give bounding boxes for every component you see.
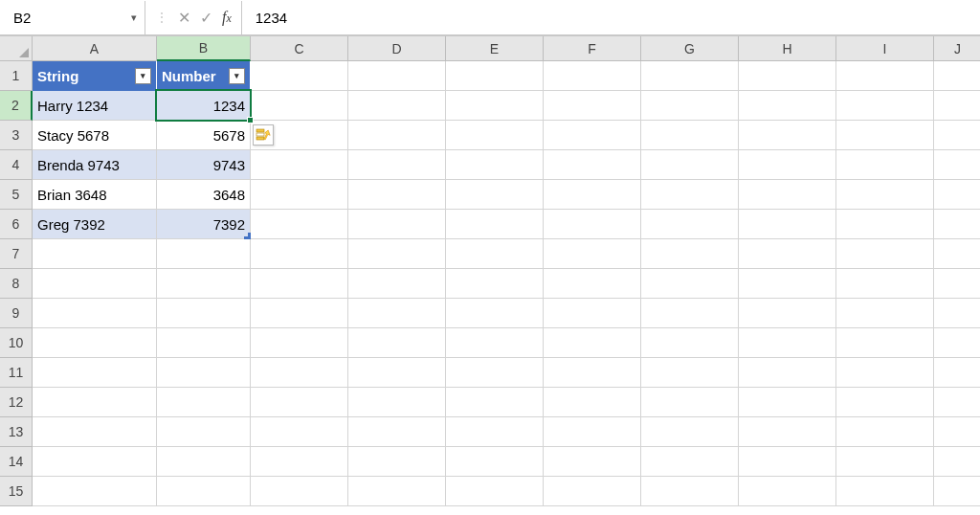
cell[interactable]: 3648 bbox=[157, 180, 251, 210]
chevron-down-icon[interactable]: ▾ bbox=[131, 11, 137, 24]
cell[interactable] bbox=[641, 91, 739, 121]
cell[interactable] bbox=[934, 61, 980, 91]
cell[interactable] bbox=[934, 417, 980, 447]
cell[interactable] bbox=[544, 210, 641, 239]
cell[interactable] bbox=[934, 447, 980, 477]
cell[interactable] bbox=[934, 299, 980, 328]
cell[interactable] bbox=[157, 447, 251, 477]
cell[interactable]: Brian 3648 bbox=[33, 180, 157, 210]
cell[interactable] bbox=[641, 417, 739, 447]
cell[interactable] bbox=[739, 299, 836, 328]
cell[interactable] bbox=[836, 328, 934, 358]
cell[interactable] bbox=[641, 358, 739, 388]
cell[interactable]: Stacy 5678 bbox=[33, 121, 157, 150]
cell[interactable] bbox=[739, 388, 836, 417]
cell[interactable]: 5678 bbox=[157, 121, 251, 150]
cell[interactable] bbox=[544, 388, 641, 417]
cell[interactable] bbox=[836, 210, 934, 239]
cell[interactable] bbox=[251, 299, 348, 328]
cell[interactable] bbox=[348, 299, 446, 328]
cell[interactable] bbox=[348, 447, 446, 477]
filter-dropdown-icon[interactable]: ▾ bbox=[135, 68, 151, 84]
col-header-c[interactable]: C bbox=[251, 36, 348, 61]
cell[interactable] bbox=[934, 121, 980, 150]
cell[interactable] bbox=[446, 358, 544, 388]
cell[interactable] bbox=[544, 447, 641, 477]
cell[interactable] bbox=[641, 150, 739, 180]
cell[interactable] bbox=[33, 447, 157, 477]
cell[interactable] bbox=[157, 358, 251, 388]
filter-dropdown-icon[interactable]: ▾ bbox=[229, 68, 245, 84]
cell[interactable] bbox=[446, 239, 544, 269]
cell[interactable] bbox=[251, 150, 348, 180]
cell[interactable] bbox=[934, 388, 980, 417]
cell[interactable] bbox=[641, 61, 739, 91]
cell[interactable] bbox=[251, 269, 348, 299]
col-header-i[interactable]: I bbox=[836, 36, 934, 61]
cell[interactable] bbox=[348, 180, 446, 210]
cell[interactable] bbox=[251, 61, 348, 91]
cell[interactable] bbox=[544, 328, 641, 358]
cell[interactable] bbox=[348, 477, 446, 506]
cell[interactable] bbox=[33, 388, 157, 417]
cell[interactable] bbox=[836, 358, 934, 388]
cell[interactable] bbox=[251, 91, 348, 121]
row-header-13[interactable]: 13 bbox=[0, 417, 33, 447]
cell[interactable] bbox=[739, 91, 836, 121]
cell[interactable] bbox=[348, 210, 446, 239]
row-header-4[interactable]: 4 bbox=[0, 150, 33, 180]
cell[interactable] bbox=[544, 61, 641, 91]
select-all-corner[interactable] bbox=[0, 36, 33, 61]
cell[interactable]: Harry 1234 bbox=[33, 91, 157, 121]
cell[interactable] bbox=[157, 477, 251, 506]
col-header-j[interactable]: J bbox=[934, 36, 980, 61]
col-header-f[interactable]: F bbox=[544, 36, 641, 61]
cell[interactable] bbox=[836, 121, 934, 150]
col-header-g[interactable]: G bbox=[641, 36, 739, 61]
cell[interactable] bbox=[739, 417, 836, 447]
cell[interactable] bbox=[641, 210, 739, 239]
col-header-d[interactable]: D bbox=[348, 36, 446, 61]
cell[interactable] bbox=[641, 269, 739, 299]
cell[interactable] bbox=[544, 358, 641, 388]
cell[interactable] bbox=[251, 388, 348, 417]
cell[interactable] bbox=[446, 388, 544, 417]
cell[interactable] bbox=[348, 388, 446, 417]
cell[interactable] bbox=[348, 328, 446, 358]
cell[interactable] bbox=[641, 121, 739, 150]
cell[interactable] bbox=[836, 388, 934, 417]
cell[interactable] bbox=[544, 91, 641, 121]
cell[interactable] bbox=[934, 210, 980, 239]
cell[interactable] bbox=[544, 180, 641, 210]
cell[interactable] bbox=[836, 477, 934, 506]
cell[interactable] bbox=[348, 91, 446, 121]
cell[interactable] bbox=[934, 239, 980, 269]
name-box[interactable]: B2 ▾ bbox=[0, 1, 145, 35]
cell[interactable] bbox=[251, 358, 348, 388]
cell[interactable]: Greg 7392 bbox=[33, 210, 157, 239]
row-header-5[interactable]: 5 bbox=[0, 180, 33, 210]
cell[interactable] bbox=[836, 417, 934, 447]
cell[interactable] bbox=[446, 447, 544, 477]
cell[interactable] bbox=[739, 61, 836, 91]
cell[interactable] bbox=[544, 417, 641, 447]
cell[interactable] bbox=[348, 358, 446, 388]
cell[interactable] bbox=[934, 269, 980, 299]
cell[interactable] bbox=[641, 388, 739, 417]
cell[interactable] bbox=[348, 239, 446, 269]
cell[interactable] bbox=[348, 150, 446, 180]
cell[interactable] bbox=[739, 210, 836, 239]
cell[interactable] bbox=[251, 121, 348, 150]
cell[interactable] bbox=[348, 417, 446, 447]
row-header-15[interactable]: 15 bbox=[0, 477, 33, 506]
cell[interactable] bbox=[739, 269, 836, 299]
cell[interactable] bbox=[446, 417, 544, 447]
row-header-7[interactable]: 7 bbox=[0, 239, 33, 269]
formula-input[interactable]: 1234 bbox=[242, 1, 980, 35]
cell[interactable] bbox=[641, 447, 739, 477]
col-header-a[interactable]: A bbox=[33, 36, 157, 61]
cell[interactable] bbox=[836, 299, 934, 328]
cell[interactable] bbox=[836, 269, 934, 299]
cell[interactable] bbox=[934, 180, 980, 210]
flash-fill-options-icon[interactable] bbox=[253, 124, 274, 146]
